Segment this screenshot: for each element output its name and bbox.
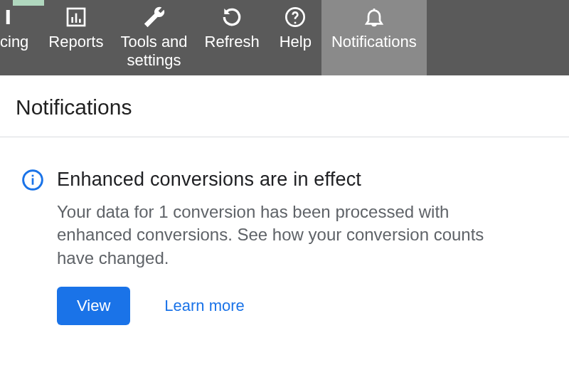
toolbar-label: cing [0, 33, 28, 51]
pricing-icon [4, 4, 25, 30]
notification-body: Your data for 1 conversion has been proc… [57, 201, 512, 270]
toolbar-reports[interactable]: Reports [38, 0, 113, 75]
notification-card: Enhanced conversions are in effect Your … [0, 137, 569, 325]
info-icon [21, 169, 44, 325]
toolbar-notifications[interactable]: Notifications [321, 0, 427, 75]
wrench-icon [142, 4, 166, 30]
svg-rect-3 [71, 17, 73, 23]
svg-rect-5 [79, 19, 81, 23]
toolbar-help[interactable]: Help [270, 0, 321, 75]
svg-rect-10 [32, 175, 34, 177]
toolbar-label: Notifications [331, 33, 417, 51]
toolbar-label: Tools and settings [120, 33, 187, 70]
refresh-icon [220, 4, 243, 30]
toolbar-refresh[interactable]: Refresh [195, 0, 270, 75]
svg-rect-0 [6, 10, 10, 24]
help-icon [284, 4, 307, 30]
svg-rect-4 [75, 14, 78, 23]
toolbar-label: Help [280, 33, 312, 51]
notification-actions: View Learn more [57, 287, 555, 325]
page-title: Notifications [0, 75, 569, 137]
notification-title: Enhanced conversions are in effect [57, 169, 555, 191]
svg-rect-9 [32, 178, 34, 184]
toolbar-pricing[interactable]: cing [0, 0, 38, 75]
view-button[interactable]: View [57, 287, 130, 325]
svg-rect-1 [13, 14, 16, 24]
reports-icon [65, 4, 87, 30]
top-toolbar: cing Reports Tools and settings Refresh … [0, 0, 569, 75]
learn-more-link[interactable]: Learn more [164, 297, 245, 315]
toolbar-label: Reports [48, 33, 103, 51]
highlight-overlay [13, 0, 44, 6]
toolbar-tools-settings[interactable]: Tools and settings [113, 0, 194, 75]
bell-icon [363, 4, 385, 30]
toolbar-label: Refresh [205, 33, 260, 51]
